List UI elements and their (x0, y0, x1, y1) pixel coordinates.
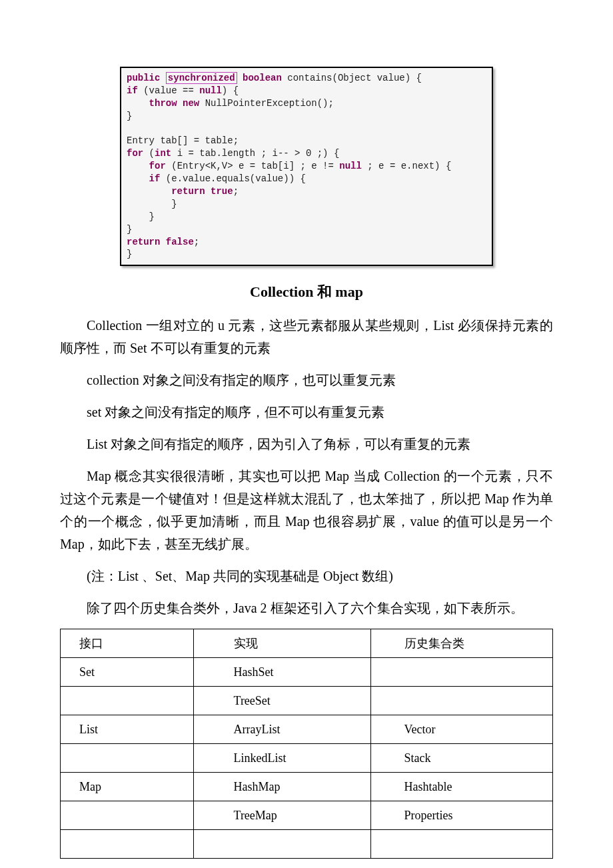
code-keyword: for (149, 161, 166, 171)
paragraph: List 对象之间有指定的顺序，因为引入了角标，可以有重复的元素 (60, 433, 553, 455)
table-row: Set HashSet (61, 658, 553, 687)
table-cell: List (61, 715, 194, 744)
table-cell: Vector (370, 715, 552, 744)
code-keyword: public (127, 73, 160, 83)
code-text: } (127, 224, 132, 235)
table-row (61, 830, 553, 859)
table-row: TreeSet (61, 687, 553, 715)
code-text: (value == (138, 85, 199, 96)
table-cell: HashSet (193, 658, 370, 687)
code-keyword: for (127, 148, 143, 159)
code-text: ( (143, 148, 155, 159)
section-heading: Collection 和 map (60, 282, 553, 302)
code-text: (Entry<K,V> e = tab[i] ; e != (166, 161, 339, 171)
table-cell: TreeSet (193, 687, 370, 715)
code-keyword-highlight: synchronized (166, 72, 237, 84)
table-cell (370, 687, 552, 715)
code-text: ) { (222, 85, 239, 96)
table-row: LinkedList Stack (61, 744, 553, 773)
table-cell (61, 687, 194, 715)
code-text: ; (233, 186, 239, 197)
table-header-cell: 接口 (61, 629, 194, 658)
table-cell: HashMap (193, 773, 370, 801)
paragraph: collection 对象之间没有指定的顺序，也可以重复元素 (60, 369, 553, 391)
code-text: } (127, 249, 132, 259)
table-cell: LinkedList (193, 744, 370, 773)
table-cell: Set (61, 658, 194, 687)
code-keyword: boolean (243, 73, 282, 83)
document-page: public synchronized boolean contains(Obj… (0, 0, 613, 868)
paragraph: 除了四个历史集合类外，Java 2 框架还引入了六个集合实现，如下表所示。 (60, 597, 553, 619)
table-cell (61, 801, 194, 830)
code-snippet: public synchronized boolean contains(Obj… (120, 67, 493, 266)
table-cell: Properties (370, 801, 552, 830)
table-cell: Map (61, 773, 194, 801)
code-keyword: null (339, 161, 362, 171)
table-cell: Hashtable (370, 773, 552, 801)
collections-table: 接口 实现 历史集合类 Set HashSet TreeSet List Arr… (60, 629, 553, 859)
code-text: ; (194, 237, 199, 247)
table-cell (193, 830, 370, 859)
paragraph: Collection 一组对立的 u 元素，这些元素都服从某些规则，List 必… (60, 314, 553, 359)
table-cell (61, 830, 194, 859)
code-text: Entry tab[] = table; (127, 135, 239, 146)
code-text: contains(Object value) { (282, 73, 422, 83)
code-keyword: return true (171, 186, 233, 197)
table-row: Map HashMap Hashtable (61, 773, 553, 801)
code-text: ; e = e.next) { (362, 161, 451, 171)
table-cell: ArrayList (193, 715, 370, 744)
table-cell: Stack (370, 744, 552, 773)
paragraph: (注：List 、Set、Map 共同的实现基础是 Object 数组) (60, 565, 553, 587)
table-cell (370, 658, 552, 687)
paragraph: set 对象之间没有指定的顺序，但不可以有重复元素 (60, 401, 553, 423)
code-keyword: return false (127, 237, 194, 247)
table-header-cell: 历史集合类 (370, 629, 552, 658)
table-cell: TreeMap (193, 801, 370, 830)
code-text: i = tab.length ; i-- > 0 ;) { (171, 148, 339, 159)
paragraph: Map 概念其实很很清晰，其实也可以把 Map 当成 Collection 的一… (60, 465, 553, 555)
code-keyword: null (199, 85, 222, 96)
code-text: } (127, 111, 132, 121)
code-text: } (127, 199, 177, 209)
table-row: TreeMap Properties (61, 801, 553, 830)
code-keyword: if (149, 173, 161, 184)
code-text: NullPointerException(); (199, 98, 334, 109)
code-keyword: if (127, 85, 138, 96)
table-header-row: 接口 实现 历史集合类 (61, 629, 553, 658)
table-row: List ArrayList Vector (61, 715, 553, 744)
code-text: } (127, 211, 155, 222)
code-keyword: throw new (149, 98, 200, 109)
table-header-cell: 实现 (193, 629, 370, 658)
code-text: (e.value.equals(value)) { (160, 173, 305, 184)
code-keyword: int (155, 148, 171, 159)
table-cell (370, 830, 552, 859)
table-cell (61, 744, 194, 773)
